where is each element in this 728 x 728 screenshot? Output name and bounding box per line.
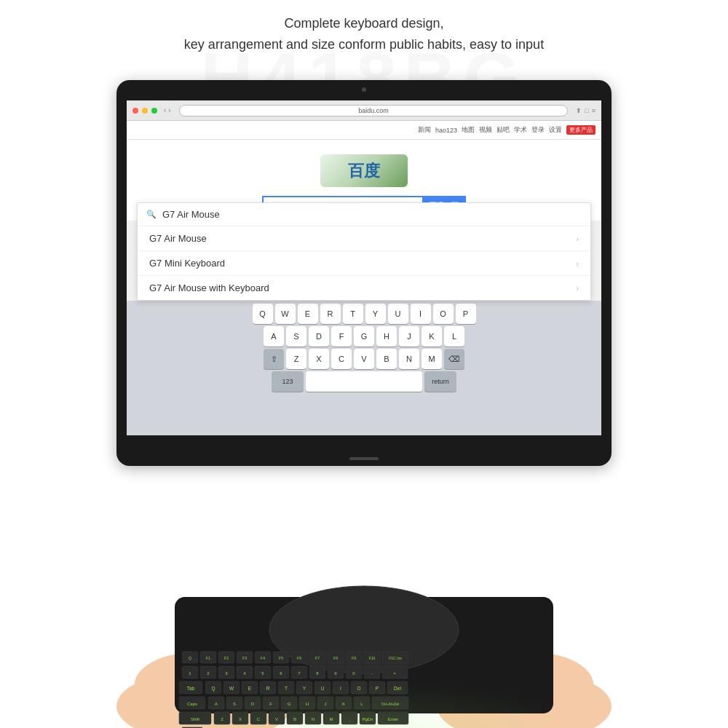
kb-key-t[interactable]: T xyxy=(343,304,363,324)
svg-text:=: = xyxy=(393,671,396,676)
kb-row-bottom: 123 return xyxy=(130,371,598,392)
kb-key-a[interactable]: A xyxy=(264,326,284,347)
kb-key-x[interactable]: X xyxy=(309,349,329,369)
baidu-logo xyxy=(320,154,408,187)
onscreen-keyboard: Q W E R T Y U I O P A S D xyxy=(127,301,601,435)
chevron-right-icon-3: › xyxy=(576,284,579,293)
kb-key-m[interactable]: M xyxy=(422,349,442,369)
svg-text:F8: F8 xyxy=(333,656,338,660)
back-button[interactable]: ‹ xyxy=(164,106,166,114)
autocomplete-query-text: G7 Air Mouse xyxy=(162,209,220,220)
kb-key-n[interactable]: N xyxy=(399,349,419,369)
kb-key-c[interactable]: C xyxy=(331,349,352,369)
kb-key-shift[interactable]: ⇧ xyxy=(264,349,284,369)
url-text: baidu.com xyxy=(358,107,389,114)
nav-item-map[interactable]: 地图 xyxy=(462,125,475,135)
device-svg: Q F1 F2 F3 F4 F5 F6 F7 F8 F9 F10 F1C Ins… xyxy=(87,437,641,728)
kb-key-u[interactable]: U xyxy=(388,304,408,324)
kb-key-backspace[interactable]: ⌫ xyxy=(444,349,464,369)
kb-key-h[interactable]: H xyxy=(376,326,397,347)
svg-text:F4: F4 xyxy=(261,656,265,660)
chevron-right-icon-1: › xyxy=(576,234,579,243)
traffic-light-yellow[interactable] xyxy=(142,108,148,114)
nav-item-video[interactable]: 视频 xyxy=(479,125,492,135)
svg-text:X: X xyxy=(239,717,242,721)
kb-key-return[interactable]: return xyxy=(424,371,456,392)
forward-button[interactable]: › xyxy=(168,106,170,114)
kb-key-z[interactable]: Z xyxy=(286,349,306,369)
menu-icon[interactable]: ≡ xyxy=(592,107,596,114)
tablet-camera xyxy=(362,87,366,92)
svg-text:O: O xyxy=(357,686,360,691)
kb-key-space[interactable] xyxy=(306,371,422,392)
svg-text:F6: F6 xyxy=(297,656,301,660)
kb-key-p[interactable]: P xyxy=(456,304,476,324)
svg-text:Caps: Caps xyxy=(187,702,197,706)
tablet-device: ‹ › baidu.com ⬆ □ ≡ 新闻 hao123 地图 xyxy=(116,80,612,466)
tablet-screen: ‹ › baidu.com ⬆ □ ≡ 新闻 hao123 地图 xyxy=(127,100,601,435)
svg-text:Q: Q xyxy=(211,686,215,692)
svg-text:F1: F1 xyxy=(206,656,210,660)
traffic-light-red[interactable] xyxy=(132,108,138,114)
autocomplete-item-1[interactable]: G7 Air Mouse › xyxy=(138,226,590,251)
svg-text:K: K xyxy=(342,702,345,706)
nav-item-hao123[interactable]: hao123 xyxy=(435,127,457,134)
baidu-logo-area xyxy=(127,140,601,196)
svg-text:F10: F10 xyxy=(369,656,376,660)
svg-text:Del: Del xyxy=(394,686,401,691)
kb-key-w[interactable]: W xyxy=(275,304,296,324)
bookmark-icon[interactable]: □ xyxy=(585,107,588,114)
svg-text:F: F xyxy=(269,702,272,706)
browser-bar: ‹ › baidu.com ⬆ □ ≡ xyxy=(127,100,601,121)
kb-key-b[interactable]: B xyxy=(376,349,397,369)
browser-icons: ⬆ □ ≡ xyxy=(576,107,596,114)
svg-text:C: C xyxy=(257,717,261,721)
kb-key-g[interactable]: G xyxy=(354,326,374,347)
autocomplete-item-2-label: G7 Mini Keyboard xyxy=(149,258,225,269)
svg-text:Q: Q xyxy=(189,656,191,660)
kb-key-l[interactable]: L xyxy=(444,326,464,347)
nav-item-tieba[interactable]: 贴吧 xyxy=(496,125,510,135)
kb-key-r[interactable]: R xyxy=(320,304,341,324)
svg-text:M: M xyxy=(330,717,333,721)
svg-text:Z: Z xyxy=(221,717,223,721)
kb-key-123[interactable]: 123 xyxy=(272,371,304,392)
kb-key-s[interactable]: S xyxy=(286,326,306,347)
svg-text:N: N xyxy=(312,717,314,721)
kb-key-o[interactable]: O xyxy=(433,304,454,324)
search-icon-small: 🔍 xyxy=(146,210,157,219)
share-icon[interactable]: ⬆ xyxy=(576,107,582,114)
kb-key-y[interactable]: Y xyxy=(365,304,386,324)
kb-key-d[interactable]: D xyxy=(309,326,329,347)
svg-text:U: U xyxy=(321,686,325,691)
nav-item-settings[interactable]: 设置 xyxy=(549,125,562,135)
kb-key-f[interactable]: F xyxy=(331,326,352,347)
kb-key-v[interactable]: V xyxy=(354,349,374,369)
autocomplete-item-3[interactable]: G7 Air Mouse with Keyboard › xyxy=(138,276,590,300)
svg-text:F3: F3 xyxy=(242,656,247,660)
kb-key-q[interactable]: Q xyxy=(253,304,273,324)
kb-key-k[interactable]: K xyxy=(422,326,442,347)
svg-text:B: B xyxy=(293,717,296,721)
svg-text:Y: Y xyxy=(303,686,306,691)
svg-text:R: R xyxy=(266,686,270,691)
nav-item-academic[interactable]: 学术 xyxy=(514,125,527,135)
svg-text:F5: F5 xyxy=(279,656,283,660)
nav-more-button[interactable]: 更多产品 xyxy=(566,125,596,135)
svg-text:S: S xyxy=(233,702,236,706)
nav-item-news[interactable]: 新闻 xyxy=(418,125,431,135)
nav-item-login[interactable]: 登录 xyxy=(531,125,545,135)
autocomplete-item-2[interactable]: G7 Mini Keyboard › xyxy=(138,251,590,276)
traffic-light-green[interactable] xyxy=(151,108,157,114)
kb-row-asdf: A S D F G H J K L xyxy=(130,326,598,347)
autocomplete-search-row: 🔍 G7 Air Mouse xyxy=(138,203,590,226)
kb-key-e[interactable]: E xyxy=(298,304,318,324)
svg-text:H: H xyxy=(306,702,309,706)
address-bar[interactable]: baidu.com xyxy=(179,105,569,116)
autocomplete-item-1-label: G7 Air Mouse xyxy=(149,233,207,244)
svg-text:Enter: Enter xyxy=(388,717,398,721)
kb-key-j[interactable]: J xyxy=(399,326,419,347)
kb-row-qwerty: Q W E R T Y U I O P xyxy=(130,304,598,324)
kb-key-i[interactable]: I xyxy=(411,304,431,324)
svg-text:D: D xyxy=(251,702,255,706)
